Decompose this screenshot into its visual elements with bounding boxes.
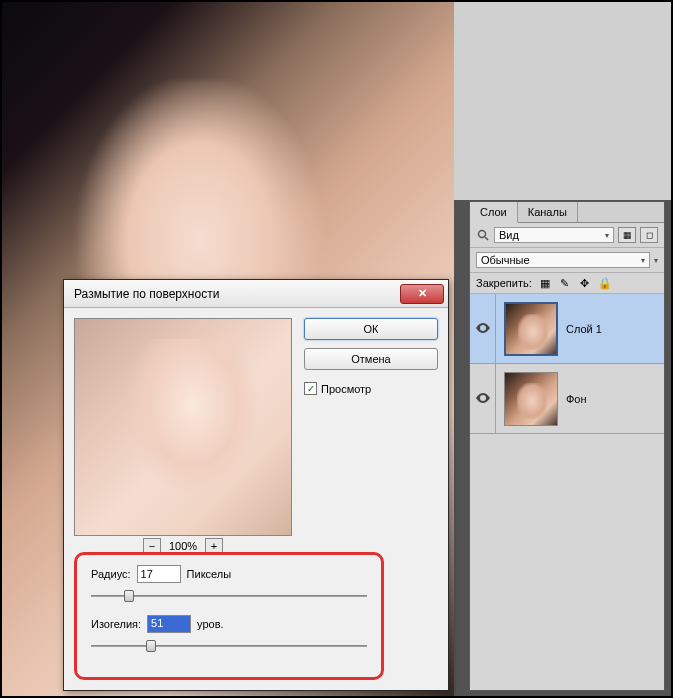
chevron-down-icon: ▾ [605, 231, 609, 240]
threshold-label: Изогелия: [91, 618, 141, 630]
filter-row: Вид▾ ▦ ◻ [470, 223, 664, 248]
radius-label: Радиус: [91, 568, 131, 580]
surface-blur-dialog: Размытие по поверхности ✕ − 100% + ОК От… [63, 279, 449, 691]
threshold-group: Изогелия: 51 уров. [91, 615, 367, 653]
radius-slider[interactable] [91, 589, 367, 603]
threshold-slider[interactable] [91, 639, 367, 653]
filter-label: Вид [499, 229, 519, 241]
threshold-unit: уров. [197, 618, 224, 630]
visibility-toggle[interactable] [470, 364, 496, 433]
slider-track-line [91, 645, 367, 647]
svg-point-0 [479, 231, 486, 238]
dialog-controls: ОК Отмена ✓ Просмотр [304, 318, 438, 554]
layer-item[interactable]: Слой 1 [470, 294, 664, 364]
filter-image-icon[interactable]: ▦ [618, 227, 636, 243]
radius-input[interactable] [137, 565, 181, 583]
blendmode-row: Обычные▾ ▾ [470, 248, 664, 273]
blendmode-dropdown[interactable]: Обычные▾ [476, 252, 650, 268]
layer-name[interactable]: Фон [566, 393, 664, 405]
lock-row: Закрепить: ▦ ✎ ✥ 🔒 [470, 273, 664, 294]
panel-tabs: Слои Каналы [470, 202, 664, 223]
lock-all-icon[interactable]: 🔒 [598, 276, 612, 290]
preview-checkbox[interactable]: ✓ [304, 382, 317, 395]
lock-move-icon[interactable]: ✥ [578, 276, 592, 290]
tab-layers[interactable]: Слои [470, 202, 518, 223]
workspace-bg [454, 0, 673, 200]
radius-group: Радиус: Пикселы [91, 565, 367, 603]
layers-panel: Слои Каналы Вид▾ ▦ ◻ Обычные▾ ▾ Закрепит… [469, 201, 665, 691]
layer-item[interactable]: Фон [470, 364, 664, 434]
svg-line-1 [485, 237, 488, 240]
cancel-button[interactable]: Отмена [304, 348, 438, 370]
layer-thumbnail[interactable] [504, 372, 558, 426]
threshold-slider-thumb[interactable] [146, 640, 156, 652]
tab-channels[interactable]: Каналы [518, 202, 578, 222]
threshold-input[interactable]: 51 [147, 615, 191, 633]
blendmode-value: Обычные [481, 254, 530, 266]
radius-unit: Пикселы [187, 568, 232, 580]
chevron-down-icon: ▾ [641, 256, 645, 265]
dialog-titlebar[interactable]: Размытие по поверхности ✕ [64, 280, 448, 308]
dialog-title: Размытие по поверхности [74, 287, 400, 301]
lock-label: Закрепить: [476, 277, 532, 289]
layer-thumbnail[interactable] [504, 302, 558, 356]
filter-blank-icon[interactable]: ◻ [640, 227, 658, 243]
ok-button[interactable]: ОК [304, 318, 438, 340]
dialog-body: − 100% + ОК Отмена ✓ Просмотр [64, 308, 448, 564]
preview-checkbox-row: ✓ Просмотр [304, 382, 438, 395]
lock-brush-icon[interactable]: ✎ [558, 276, 572, 290]
visibility-toggle[interactable] [470, 294, 496, 363]
filter-dropdown[interactable]: Вид▾ [494, 227, 614, 243]
search-icon [476, 228, 490, 242]
preview-checkbox-label: Просмотр [321, 383, 371, 395]
layer-name[interactable]: Слой 1 [566, 323, 664, 335]
radius-slider-thumb[interactable] [124, 590, 134, 602]
lock-pixels-icon[interactable]: ▦ [538, 276, 552, 290]
chevron-down-icon[interactable]: ▾ [654, 256, 658, 265]
eye-icon [476, 393, 490, 405]
preview-image[interactable] [74, 318, 292, 536]
layers-list: Слой 1 Фон [470, 294, 664, 434]
eye-icon [476, 323, 490, 335]
highlight-callout: Радиус: Пикселы Изогелия: 51 уров. [74, 552, 384, 680]
close-icon: ✕ [418, 287, 427, 300]
close-button[interactable]: ✕ [400, 284, 444, 304]
zoom-value: 100% [169, 540, 197, 552]
